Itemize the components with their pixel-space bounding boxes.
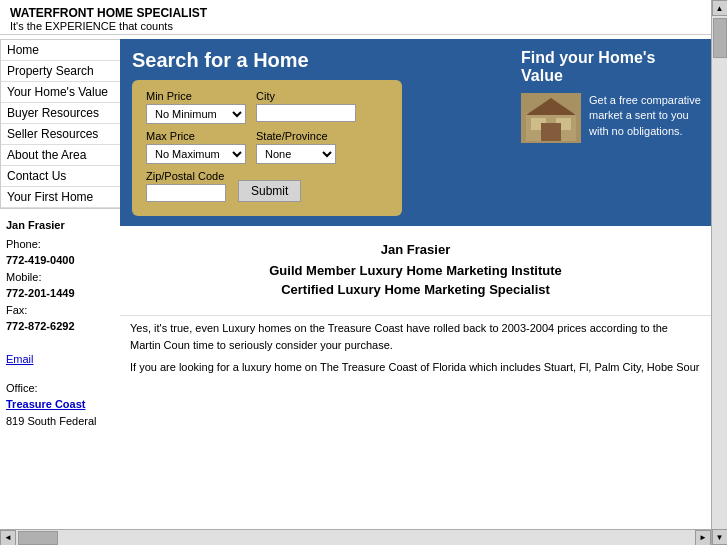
- office-label: Office:: [6, 380, 114, 397]
- zip-label: Zip/Postal Code: [146, 170, 226, 182]
- search-title: Search for a Home: [132, 49, 499, 72]
- scroll-up-button[interactable]: ▲: [712, 0, 728, 16]
- home-value-title: Find your Home's Value: [521, 49, 701, 85]
- city-input[interactable]: [256, 104, 356, 122]
- sidebar-item-buyer-resources[interactable]: Buyer Resources: [1, 103, 120, 124]
- scroll-down-button[interactable]: ▼: [712, 529, 728, 545]
- home-value-body: Get a free comparative market a sent to …: [521, 93, 701, 143]
- main-content: Search for a Home Min Price No Minimum $…: [120, 39, 711, 433]
- zip-row: Zip/Postal Code Submit: [146, 170, 388, 202]
- form-row-2: Max Price No Maximum $200,000 $500,000 $…: [146, 130, 388, 164]
- body-paragraph-2: If you are looking for a luxury home on …: [130, 359, 701, 376]
- min-price-group: Min Price No Minimum $100,000 $200,000 $…: [146, 90, 246, 124]
- sidebar-item-property-search[interactable]: Property Search: [1, 61, 120, 82]
- max-price-label: Max Price: [146, 130, 246, 142]
- search-form-box: Min Price No Minimum $100,000 $200,000 $…: [132, 80, 402, 216]
- fax-number: 772-872-6292: [6, 318, 114, 335]
- body-text: Yes, it's true, even Luxury homes on the…: [120, 315, 711, 386]
- sidebar-nav: Home Property Search Your Home's Value B…: [0, 39, 120, 209]
- site-title: WATERFRONT HOME SPECIALIST: [10, 6, 701, 20]
- sidebar-item-seller-resources[interactable]: Seller Resources: [1, 124, 120, 145]
- sidebar-office: Office: Treasure Coast 819 South Federal: [0, 376, 120, 434]
- home-value-section: Find your Home's Value: [511, 39, 711, 226]
- form-row-1: Min Price No Minimum $100,000 $200,000 $…: [146, 90, 388, 124]
- sidebar-item-first-home[interactable]: Your First Home: [1, 187, 120, 208]
- blue-banner: Search for a Home Min Price No Minimum $…: [120, 39, 711, 226]
- office-name-link[interactable]: Treasure Coast: [6, 398, 85, 410]
- agent-info: Jan Frasier Guild Member Luxury Home Mar…: [120, 226, 711, 315]
- sidebar-item-home[interactable]: Home: [1, 40, 120, 61]
- fax-label: Fax:: [6, 302, 114, 319]
- agent-cert: Certified Luxury Home Marketing Speciali…: [120, 282, 711, 297]
- agent-title: Guild Member Luxury Home Marketing Insti…: [120, 263, 711, 278]
- site-header: WATERFRONT HOME SPECIALIST It's the EXPE…: [0, 0, 711, 35]
- zip-input[interactable]: [146, 184, 226, 202]
- main-wrapper: WATERFRONT HOME SPECIALIST It's the EXPE…: [0, 0, 711, 529]
- sidebar-email[interactable]: Email: [6, 351, 114, 368]
- vertical-scrollbar[interactable]: ▲ ▼: [711, 0, 727, 545]
- city-group: City: [256, 90, 356, 124]
- home-thumbnail-svg: [521, 93, 581, 143]
- mobile-number: 772-201-1449: [6, 285, 114, 302]
- scroll-right-button[interactable]: ►: [695, 530, 711, 546]
- sidebar-item-home-value[interactable]: Your Home's Value: [1, 82, 120, 103]
- body-paragraph-1: Yes, it's true, even Luxury homes on the…: [130, 320, 701, 353]
- page-layout: Home Property Search Your Home's Value B…: [0, 39, 711, 433]
- mobile-label: Mobile:: [6, 269, 114, 286]
- horizontal-scrollbar[interactable]: ◄ ►: [0, 529, 711, 545]
- min-price-label: Min Price: [146, 90, 246, 102]
- state-group: State/Province None FL GA NC: [256, 130, 336, 164]
- submit-button[interactable]: Submit: [238, 180, 301, 202]
- scroll-thumb-h[interactable]: [18, 531, 58, 545]
- zip-group: Zip/Postal Code: [146, 170, 226, 202]
- city-label: City: [256, 90, 356, 102]
- office-address: 819 South Federal: [6, 413, 114, 430]
- home-value-text: Get a free comparative market a sent to …: [589, 93, 701, 143]
- sidebar-contact: Jan Frasier Phone: 772-419-0400 Mobile: …: [0, 209, 120, 376]
- state-label: State/Province: [256, 130, 336, 142]
- phone-number: 772-419-0400: [6, 252, 114, 269]
- site-tagline: It's the EXPERIENCE that counts: [10, 20, 701, 32]
- state-select[interactable]: None FL GA NC: [256, 144, 336, 164]
- min-price-select[interactable]: No Minimum $100,000 $200,000 $300,000 $5…: [146, 104, 246, 124]
- sidebar: Home Property Search Your Home's Value B…: [0, 39, 120, 433]
- svg-rect-6: [521, 93, 581, 143]
- agent-name: Jan Frasier: [120, 242, 711, 257]
- search-section: Search for a Home Min Price No Minimum $…: [120, 39, 511, 226]
- scroll-thumb-v[interactable]: [713, 18, 727, 58]
- home-value-image: [521, 93, 581, 143]
- phone-label: Phone:: [6, 236, 114, 253]
- sidebar-item-contact[interactable]: Contact Us: [1, 166, 120, 187]
- max-price-group: Max Price No Maximum $200,000 $500,000 $…: [146, 130, 246, 164]
- max-price-select[interactable]: No Maximum $200,000 $500,000 $1,000,000 …: [146, 144, 246, 164]
- contact-name: Jan Frasier: [6, 217, 114, 234]
- sidebar-item-about-area[interactable]: About the Area: [1, 145, 120, 166]
- scroll-left-button[interactable]: ◄: [0, 530, 16, 546]
